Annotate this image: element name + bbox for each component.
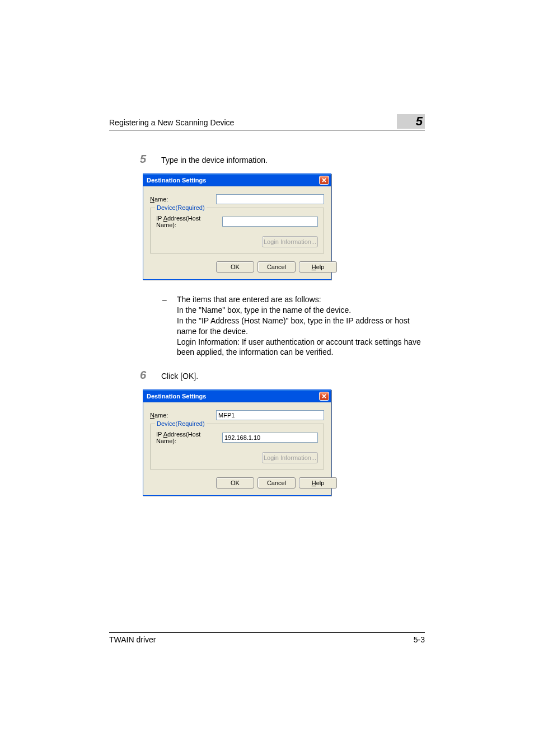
ip-row: IP Address(Host Name): — [156, 215, 318, 228]
name-input[interactable]: MFP1 — [216, 410, 324, 420]
step-number: 6 — [140, 369, 157, 382]
close-button[interactable] — [319, 176, 329, 185]
chapter-number-box: 5 — [397, 114, 425, 129]
dialog-title: Destination Settings — [147, 177, 206, 184]
close-icon — [322, 178, 326, 182]
chapter-number: 5 — [416, 114, 423, 128]
step-text: Type in the device information. — [157, 156, 268, 165]
header-title: Registering a New Scanning Device — [109, 118, 234, 127]
dialog-titlebar: Destination Settings — [143, 174, 331, 186]
ip-row: IP Address(Host Name): 192.168.1.10 — [156, 431, 318, 444]
login-button-row: Login Information... — [156, 452, 318, 463]
list-subtext: Login Information: If user authenticatio… — [177, 337, 425, 358]
ok-button[interactable]: OK — [216, 261, 254, 273]
name-label: Name: — [150, 196, 216, 203]
list-text: The items that are entered are as follow… — [177, 294, 425, 305]
footer-row: TWAIN driver 5-3 — [109, 635, 425, 644]
device-fieldset: Device(Required) IP Address(Host Name): … — [150, 424, 324, 469]
step-5: 5 Type in the device information. — [140, 153, 425, 166]
login-button-row: Login Information... — [156, 236, 318, 247]
name-label: Name: — [150, 412, 216, 419]
page-header: Registering a New Scanning Device 5 — [109, 118, 425, 130]
list-item: – The items that are entered are as foll… — [162, 294, 425, 305]
name-row: Name: — [150, 194, 324, 204]
footer-left: TWAIN driver — [109, 635, 156, 644]
fieldset-legend: Device(Required) — [155, 204, 207, 211]
device-fieldset: Device(Required) IP Address(Host Name): … — [150, 208, 324, 253]
cancel-button[interactable]: Cancel — [257, 477, 296, 489]
step-text: Click [OK]. — [157, 372, 198, 381]
ip-label: IP Address(Host Name): — [156, 215, 222, 228]
page-footer: TWAIN driver 5-3 — [109, 632, 425, 644]
dialog-button-row: OK Cancel Help — [150, 261, 324, 273]
step-number: 5 — [140, 153, 157, 166]
header-rule — [109, 130, 425, 130]
dialog-title: Destination Settings — [147, 393, 206, 400]
ip-input[interactable] — [222, 217, 318, 227]
dash-icon: – — [162, 294, 177, 305]
dialog-body: Name: MFP1 Device(Required) IP Address(H… — [143, 402, 331, 495]
login-information-button[interactable]: Login Information... — [262, 236, 318, 247]
step-6: 6 Click [OK]. — [140, 369, 425, 382]
ip-label: IP Address(Host Name): — [156, 431, 222, 444]
footer-right: 5-3 — [414, 635, 425, 644]
help-button[interactable]: Help — [299, 477, 337, 489]
list-subtext: In the "IP Address (Host Name)" box, typ… — [177, 316, 425, 337]
description-list: – The items that are entered are as foll… — [162, 294, 425, 358]
name-row: Name: MFP1 — [150, 410, 324, 420]
dialog-button-row: OK Cancel Help — [150, 477, 324, 489]
close-button[interactable] — [319, 392, 329, 401]
dialog-body: Name: Device(Required) IP Address(Host N… — [143, 186, 331, 279]
cancel-button[interactable]: Cancel — [257, 261, 296, 273]
help-button[interactable]: Help — [299, 261, 337, 273]
close-icon — [322, 394, 326, 398]
name-input[interactable] — [216, 194, 324, 204]
footer-rule — [109, 632, 425, 633]
destination-settings-dialog-2: Destination Settings Name: MFP1 Device(R… — [143, 389, 331, 496]
list-subtext: In the "Name" box, type in the name of t… — [177, 305, 425, 316]
login-information-button[interactable]: Login Information... — [262, 452, 318, 463]
ip-input[interactable]: 192.168.1.10 — [222, 433, 318, 443]
ok-button[interactable]: OK — [216, 477, 254, 489]
destination-settings-dialog-1: Destination Settings Name: Device(Requir… — [143, 173, 331, 280]
dialog-titlebar: Destination Settings — [143, 390, 331, 402]
fieldset-legend: Device(Required) — [155, 420, 207, 427]
